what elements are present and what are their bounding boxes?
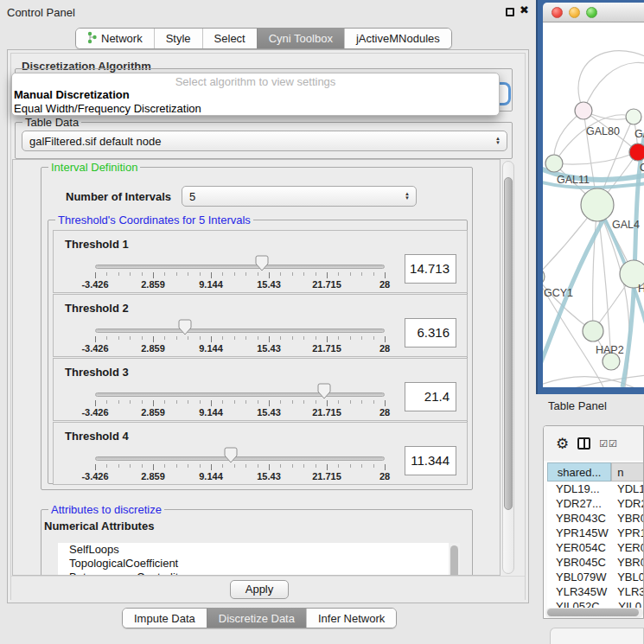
scrollbar-thumb[interactable] (504, 177, 513, 510)
tick-label: 15.43 (257, 407, 281, 418)
combo-arrows-icon: ▲▼ (495, 137, 501, 145)
tab-cyni-toolbox[interactable]: Cyni Toolbox (257, 29, 344, 48)
table-panel-footer (550, 628, 644, 644)
threshold-row: Threshold 3 -3.426 2.859 9.144 15.43 21.… (53, 358, 468, 421)
slider-track[interactable] (95, 265, 385, 269)
threshold-value-field[interactable]: 6.316 (405, 318, 456, 348)
tick-label: 28 (379, 343, 390, 354)
threshold-slider[interactable]: -3.426 2.859 9.144 15.43 21.715 28 (95, 255, 385, 290)
slider-thumb[interactable] (224, 447, 238, 466)
threshold-slider[interactable]: -3.426 2.859 9.144 15.43 21.715 28 (95, 447, 385, 481)
interval-definition-groupbox: Interval Definition Number of Intervals … (41, 167, 473, 490)
minimize-traffic-light-icon[interactable] (569, 7, 580, 18)
zoom-traffic-light-icon[interactable] (586, 7, 597, 18)
columns-icon[interactable] (577, 437, 590, 450)
cyni-bottom-tabs: Impute Data Discretize Data Infer Networ… (122, 608, 397, 628)
slider-thumb[interactable] (255, 255, 269, 274)
tick-label: -3.426 (81, 471, 108, 481)
table-rows: YDL19...YDL1 YDR27...YDR2 YBR043CYBR0 YP… (547, 482, 644, 608)
column-header-shared-name[interactable]: shared... (547, 462, 611, 481)
select-checkboxes-icon[interactable]: ☑☑ (599, 438, 618, 450)
scrollbar-thumb[interactable] (547, 609, 639, 616)
settings-scrollbar[interactable] (502, 161, 514, 574)
slider-track[interactable] (95, 328, 385, 333)
tab-style[interactable]: Style (154, 29, 202, 48)
thresholds-groupbox: Threshold's Coordinates for 5 Intervals … (48, 220, 468, 484)
threshold-value-field[interactable]: 11.344 (405, 446, 456, 475)
table-panel: ⚙ ☑☑ shared... n YDL19...YDL1 YDR27...YD… (543, 425, 644, 619)
svg-text:C: C (640, 162, 644, 174)
table-row[interactable]: YER054CYER0 (547, 541, 644, 556)
table-panel-title: Table Panel (548, 399, 607, 412)
tick-label: -3.426 (81, 343, 108, 354)
threshold-row: Threshold 2 -3.426 2.859 9.144 15.43 21.… (53, 294, 468, 357)
tick-label: 28 (379, 279, 390, 290)
panel-title: Control Panel (7, 6, 75, 19)
svg-text:GAL4: GAL4 (612, 219, 640, 231)
slider-track[interactable] (95, 456, 385, 461)
algorithm-popup: Select algorithm to view settings Manual… (11, 73, 500, 116)
tick-label: 2.859 (141, 343, 165, 354)
close-icon[interactable]: ✖ (520, 3, 529, 16)
network-window-titlebar[interactable] (543, 3, 644, 22)
number-of-intervals-combobox[interactable]: 5 ▲▼ (182, 186, 417, 207)
tab-select[interactable]: Select (202, 29, 257, 48)
table-row[interactable]: YPR145WYPR1 (547, 526, 644, 541)
tab-jactivemnodules[interactable]: jActiveMNodules (344, 29, 451, 48)
interval-definition-label: Interval Definition (48, 161, 140, 174)
tab-discretize-data[interactable]: Discretize Data (207, 609, 306, 628)
numerical-attributes-list[interactable]: SelfLoops TopologicalCoefficient Between… (58, 543, 449, 576)
table-row[interactable]: YDR27...YDR2 (547, 497, 644, 512)
list-item[interactable]: TopologicalCoefficient (58, 557, 449, 571)
table-row[interactable]: YBL079WYBL0 (547, 571, 644, 585)
table-horizontal-scrollbar[interactable] (545, 608, 643, 618)
attributes-group-label: Attributes to discretize (48, 503, 164, 516)
tick-label: -3.426 (81, 279, 108, 290)
table-row[interactable]: YDL19...YDL1 (547, 482, 644, 497)
threshold-value-field[interactable]: 14.713 (405, 254, 456, 284)
tick-label: 9.144 (199, 279, 223, 290)
tick-label: 28 (379, 471, 390, 481)
apply-button[interactable]: Apply (230, 580, 289, 599)
slider-ticks (95, 400, 386, 406)
threshold-label: Threshold 1 (65, 238, 129, 251)
tab-impute-data[interactable]: Impute Data (123, 609, 207, 628)
table-row[interactable]: YIL052CYIL0 (547, 600, 644, 608)
tick-label: 28 (379, 407, 390, 418)
list-scrollbar[interactable] (449, 543, 460, 576)
table-data-combobox[interactable]: galFiltered.sif default node ▲▼ (22, 131, 507, 151)
tick-label: 9.144 (199, 471, 223, 481)
slider-thumb[interactable] (178, 319, 192, 338)
table-data-group-label: Table Data (22, 116, 81, 129)
threshold-label: Threshold 4 (65, 430, 129, 443)
tick-label: 21.715 (312, 471, 341, 481)
network-canvas[interactable]: GAL80GACGAL11GAL4GCY1HHAP2 (543, 22, 644, 387)
network-icon (87, 31, 97, 47)
tick-label: -3.426 (81, 407, 108, 418)
float-window-icon[interactable] (506, 8, 514, 16)
table-row[interactable]: YLR345WYLR3 (547, 585, 644, 600)
algorithm-option-equal-width[interactable]: Equal Width/Frequency Discretization (12, 102, 499, 116)
algorithm-popup-hint: Select algorithm to view settings (12, 75, 499, 88)
tick-label: 9.144 (199, 407, 223, 418)
settings-scrollpane: Interval Definition Number of Intervals … (12, 159, 501, 576)
tab-infer-network[interactable]: Infer Network (306, 609, 396, 628)
threshold-value-field[interactable]: 21.4 (405, 382, 456, 411)
list-item[interactable]: SelfLoops (58, 543, 449, 557)
threshold-slider[interactable]: -3.426 2.859 9.144 15.43 21.715 28 (95, 383, 385, 418)
svg-text:GCY1: GCY1 (544, 287, 573, 299)
table-header-row: shared... n (547, 462, 644, 481)
tab-network[interactable]: Network (76, 29, 154, 48)
threshold-slider[interactable]: -3.426 2.859 9.144 15.43 21.715 28 (95, 319, 385, 354)
algorithm-option-manual[interactable]: Manual Discretization (12, 88, 499, 102)
column-header-name[interactable]: n (611, 462, 644, 481)
close-traffic-light-icon[interactable] (552, 7, 563, 18)
control-panel-tabs: Network Style Select Cyni Toolbox jActiv… (75, 28, 452, 49)
table-row[interactable]: YBR045CYBR0 (547, 556, 644, 571)
gear-icon[interactable]: ⚙ (556, 437, 569, 451)
slider-track[interactable] (95, 392, 385, 397)
slider-thumb[interactable] (317, 383, 331, 402)
table-row[interactable]: YBR043CYBR0 (547, 512, 644, 526)
tick-label: 9.144 (199, 343, 223, 354)
threshold-row: Threshold 4 -3.426 2.859 9.144 15.43 21.… (53, 422, 468, 485)
